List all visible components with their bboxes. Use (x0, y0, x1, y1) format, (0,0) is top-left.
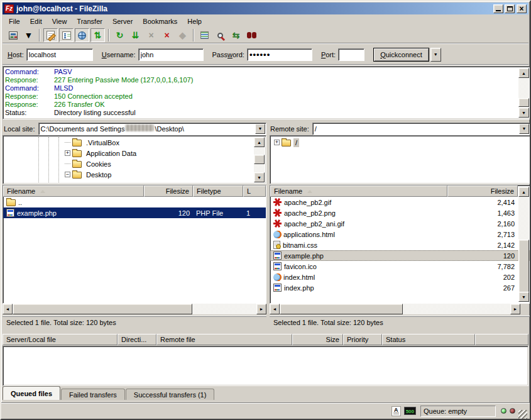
minimize-button[interactable] (493, 4, 503, 13)
resize-grip[interactable] (518, 410, 527, 419)
username-input[interactable] (138, 48, 204, 61)
file-row[interactable]: index.php267 (270, 282, 530, 293)
close-button[interactable]: × (517, 4, 527, 13)
menu-item-server[interactable]: Server (107, 16, 138, 26)
port-input[interactable] (338, 48, 364, 61)
queue-column-remotefile[interactable]: Remote file (156, 334, 292, 345)
file-row[interactable]: index.html202 (270, 272, 530, 282)
toggle-message-log-button[interactable] (43, 28, 58, 42)
local-tree-scrollbar[interactable]: ▲ ▼ (254, 137, 265, 182)
tab-failed-transfers[interactable]: Failed transfers (61, 389, 125, 400)
quickconnect-button[interactable]: Quickconnect (373, 48, 429, 62)
file-row[interactable]: apache_pb2.gif2,414 (270, 197, 530, 207)
expand-plus-icon[interactable]: + (65, 150, 70, 156)
queue-column-priority[interactable]: Priority (343, 334, 382, 345)
column-header-l[interactable]: L (243, 185, 266, 197)
column-header-filesize[interactable]: Filesize (447, 185, 518, 197)
scroll-thumb[interactable] (518, 98, 529, 107)
directory-listing-filters-button[interactable] (197, 28, 212, 42)
menu-item-transfer[interactable]: Transfer (72, 16, 107, 26)
password-input[interactable] (247, 48, 312, 61)
local-tree-items: .VirtualBox+Application DataCookies−Desk… (4, 137, 253, 182)
scroll-thumb[interactable] (518, 240, 529, 292)
log-lines: Command:PASVResponse:227 Entering Passiv… (5, 68, 517, 118)
tree-item[interactable]: −Desktop (4, 169, 253, 180)
file-row[interactable]: applications.html2,713 (270, 229, 530, 240)
scroll-right-button[interactable]: ► (256, 304, 266, 314)
column-header-filename[interactable]: Filename (270, 185, 447, 197)
scroll-left-button[interactable]: ◄ (270, 304, 280, 314)
folder-file-icon (6, 199, 16, 206)
column-header-filesize[interactable]: Filesize (144, 185, 193, 197)
column-header-filename[interactable]: Filename (3, 185, 144, 197)
scroll-thumb[interactable] (13, 304, 192, 314)
synchronized-browsing-button[interactable]: ⇆ (229, 28, 243, 42)
menu-item-bookmarks[interactable]: Bookmarks (138, 16, 182, 26)
tree-item[interactable]: Cookies (4, 158, 253, 169)
file-row[interactable]: example.php120PHP File1 (3, 207, 266, 218)
message-log-scrollbar[interactable]: ▲ ▼ (518, 68, 529, 118)
site-manager-dropdown-button[interactable]: ▼ (21, 28, 36, 42)
file-search-button[interactable] (213, 28, 227, 42)
menu-item-help[interactable]: Help (182, 16, 207, 26)
menu-item-view[interactable]: View (47, 16, 72, 26)
toggle-local-tree-button[interactable] (59, 28, 74, 42)
host-input[interactable] (26, 48, 93, 61)
menu-item-edit[interactable]: Edit (25, 16, 47, 26)
refresh-button[interactable]: ↻ (112, 28, 127, 42)
queue-status: Queue: empty (420, 406, 496, 417)
remote-horizontal-scrollbar[interactable]: ◄ ► (270, 304, 520, 314)
compare-directories-button[interactable] (244, 28, 259, 42)
scroll-thumb[interactable] (280, 304, 403, 314)
scroll-right-button[interactable]: ► (510, 304, 520, 314)
scroll-up-button[interactable]: ▲ (518, 187, 529, 197)
file-row[interactable]: apache_pb2.png1,463 (270, 207, 530, 218)
queue-column-status[interactable]: Status (382, 334, 475, 345)
scroll-down-button[interactable]: ▼ (518, 292, 529, 302)
file-row[interactable]: example.php120 (270, 250, 530, 261)
title-bar[interactable]: Fz john@localhost - FileZilla × (3, 3, 528, 14)
file-row[interactable]: .. (3, 197, 266, 207)
scroll-down-button[interactable]: ▼ (518, 108, 529, 118)
scroll-up-button[interactable]: ▲ (518, 68, 529, 78)
scroll-up-button[interactable]: ▲ (254, 137, 265, 147)
remote-site-combobox[interactable]: / ▼ (312, 123, 530, 135)
tab-queued-files[interactable]: Queued files (3, 386, 60, 400)
file-row[interactable]: apache_pb2_ani.gif2,160 (270, 218, 530, 229)
password-label: Password: (212, 51, 244, 58)
php-file-icon (273, 284, 282, 292)
file-row[interactable]: bitnami.css2,142 (270, 240, 530, 250)
local-site-combobox[interactable]: C:\Documents and Settings\Desktop\ ▼ (38, 123, 266, 135)
combo-dropdown-button[interactable]: ▼ (519, 124, 529, 134)
port-label: Port: (321, 51, 336, 58)
scroll-thumb[interactable] (254, 155, 265, 164)
column-header-filetype[interactable]: Filetype (193, 185, 243, 197)
scroll-down-button[interactable]: ▼ (254, 172, 265, 182)
toolbar-separator (39, 29, 40, 41)
site-manager-button[interactable] (6, 28, 20, 42)
tab-successful-transfers-1-[interactable]: Successful transfers (1) (126, 389, 215, 400)
combo-dropdown-button[interactable]: ▼ (255, 124, 265, 134)
maximize-button[interactable] (505, 4, 515, 13)
disconnect-button[interactable]: × (160, 28, 174, 42)
menu-item-file[interactable]: File (4, 16, 25, 26)
html-file-icon (273, 231, 281, 238)
quickconnect-dropdown-button[interactable]: ▼ (430, 48, 441, 62)
scroll-left-button[interactable]: ◄ (3, 304, 13, 314)
queue-column-size[interactable]: Size (292, 334, 343, 345)
tree-item[interactable]: +Application Data (4, 148, 253, 158)
transfer-queue-list[interactable] (3, 346, 528, 386)
process-queue-button[interactable]: ⇊ (128, 28, 143, 42)
speed-limit-icon: 500 (404, 407, 416, 415)
toggle-remote-tree-button[interactable] (75, 28, 89, 42)
queue-column-directi[interactable]: Directi... (118, 334, 156, 345)
local-horizontal-scrollbar[interactable]: ◄ ► (3, 304, 266, 314)
file-row[interactable]: favicon.ico7,782 (270, 261, 530, 272)
toggle-transfer-queue-button[interactable]: ⇅ (90, 28, 105, 42)
collapse-minus-icon[interactable]: − (65, 172, 70, 177)
queue-column-serverlocalfile[interactable]: Server/Local file (3, 334, 118, 345)
tree-item[interactable]: +/ (271, 137, 517, 148)
expand-plus-icon[interactable]: + (274, 140, 280, 145)
tree-item[interactable]: .VirtualBox (4, 137, 253, 148)
remote-file-list-scrollbar[interactable]: ▲ ▼ (518, 187, 529, 302)
